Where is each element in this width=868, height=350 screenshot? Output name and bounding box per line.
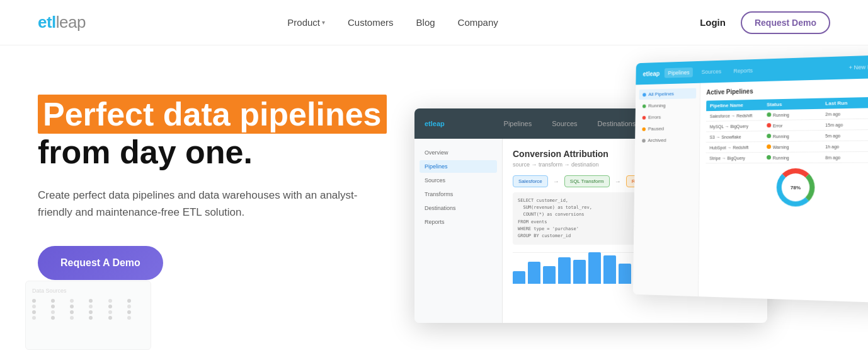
td-status: Warning xyxy=(767,144,825,149)
bar-4 xyxy=(558,257,571,284)
hero-headline: Perfect data pipelines from day one. xyxy=(38,96,466,172)
hero-subtext: Create perfect data pipelines and data w… xyxy=(38,187,378,221)
headline-highlighted: Perfect data pipelines xyxy=(38,95,387,134)
cta-button[interactable]: Request A Demo xyxy=(38,246,163,280)
db-tab-pipelines: Pipelines xyxy=(499,117,537,130)
hero-section: Perfect data pipelines from day one. Cre… xyxy=(0,45,868,350)
nav-actions: Login Request Demo xyxy=(700,11,830,34)
th-name: Pipeline Name xyxy=(710,102,767,109)
status-red-dot xyxy=(767,123,771,127)
dot-orange xyxy=(642,127,646,131)
chevron-down-icon: ▾ xyxy=(322,19,325,26)
dash2-title: Active Pipelines xyxy=(706,88,753,96)
dash2-tab-reports: Reports xyxy=(730,66,757,76)
td-name: MySQL → BigQuery xyxy=(710,124,767,129)
nav-blog[interactable]: Blog xyxy=(416,17,435,28)
bar-1 xyxy=(513,271,525,284)
bar-3 xyxy=(543,266,556,284)
arrow-icon: → xyxy=(553,178,559,185)
dash2-paused[interactable]: Paused xyxy=(639,123,696,134)
td-name: Salesforce → Redshift xyxy=(710,113,767,118)
transform-node: SQL Transform xyxy=(564,175,610,187)
dot-red xyxy=(642,115,646,119)
circle-chart-area: 78% xyxy=(705,168,868,207)
headline-rest: from day one. xyxy=(38,134,253,170)
login-link[interactable]: Login xyxy=(700,17,726,28)
bar-6 xyxy=(588,252,601,284)
request-demo-header-button[interactable]: Request Demo xyxy=(741,11,830,34)
td-name: Stripe → BigQuery xyxy=(709,156,767,160)
td-lastrun: 2m ago xyxy=(825,110,868,116)
th-lastrun: Last Run xyxy=(825,100,868,107)
th-status: Status xyxy=(767,101,825,108)
dash2-archived[interactable]: Archived xyxy=(639,135,696,146)
status-green-dot xyxy=(767,134,771,138)
nav-customers[interactable]: Customers xyxy=(348,17,394,28)
dot-green xyxy=(642,104,646,108)
dash2-content: Active Pipelines Pipeline Name Status La… xyxy=(699,78,868,303)
card-dots xyxy=(32,299,144,320)
dash2-errors[interactable]: Errors xyxy=(639,112,696,123)
td-lastrun: 5m ago xyxy=(825,132,868,137)
logo: etlleap xyxy=(38,13,86,32)
dash2-tab-sources: Sources xyxy=(698,66,725,77)
hero-images: etleap Pipelines Sources Destinations 10… xyxy=(414,58,868,350)
td-status: Running xyxy=(767,155,825,160)
bar-2 xyxy=(528,262,540,284)
dash2-tab-pipelines: Pipelines xyxy=(665,67,694,78)
dashboard-secondary: etleap Pipelines Sources Reports + New P… xyxy=(633,55,868,303)
dash2-btn[interactable]: + New Pipeline xyxy=(848,63,868,71)
bar-5 xyxy=(573,260,586,284)
arrow-icon-2: → xyxy=(615,178,621,185)
source-node: Salesforce xyxy=(513,175,548,187)
td-name: S3 → Snowflake xyxy=(710,134,767,139)
dash2-all-pipelines[interactable]: All Pipelines xyxy=(639,88,697,100)
dash2-header-row: Active Pipelines xyxy=(706,85,868,96)
dash2-body: All Pipelines Running Errors Paused xyxy=(633,78,868,303)
td-lastrun: 8m ago xyxy=(825,155,868,160)
card-decoration-1: Data Sources xyxy=(25,281,151,350)
dash2-running[interactable]: Running xyxy=(639,100,696,111)
nav-company[interactable]: Company xyxy=(458,17,498,28)
td-lastrun: 15m ago xyxy=(825,122,868,127)
dot-blue xyxy=(642,93,646,96)
table-row: Stripe → BigQuery Running 8m ago xyxy=(705,152,868,164)
dash2-logo: etleap xyxy=(643,70,660,77)
nav-product[interactable]: Product ▾ xyxy=(287,17,325,28)
dash2-sidebar: All Pipelines Running Errors Paused xyxy=(633,83,700,296)
hero-text: Perfect data pipelines from day one. Cre… xyxy=(38,96,466,280)
db-tab-sources: Sources xyxy=(547,117,582,130)
td-status: Running xyxy=(767,112,825,118)
td-name: HubSpot → Redshift xyxy=(709,145,766,150)
td-status: Error xyxy=(767,122,825,128)
status-orange-dot xyxy=(767,144,771,149)
bar-8 xyxy=(619,264,631,284)
td-status: Running xyxy=(767,133,825,139)
main-nav: Product ▾ Customers Blog Company xyxy=(287,17,498,28)
status-green-dot xyxy=(767,155,771,160)
table-row: HubSpot → Redshift Warning 1h ago xyxy=(706,141,868,153)
td-lastrun: 1h ago xyxy=(825,144,868,149)
logo-leap: leap xyxy=(56,13,86,32)
db-tab-destinations: Destinations xyxy=(593,117,641,130)
bar-7 xyxy=(603,255,616,284)
dot-grey xyxy=(642,139,646,143)
circle-chart: 78% xyxy=(777,168,815,207)
status-green-dot xyxy=(767,112,771,117)
logo-etl: etl xyxy=(38,13,56,32)
header: etlleap Product ▾ Customers Blog Company… xyxy=(0,0,868,45)
